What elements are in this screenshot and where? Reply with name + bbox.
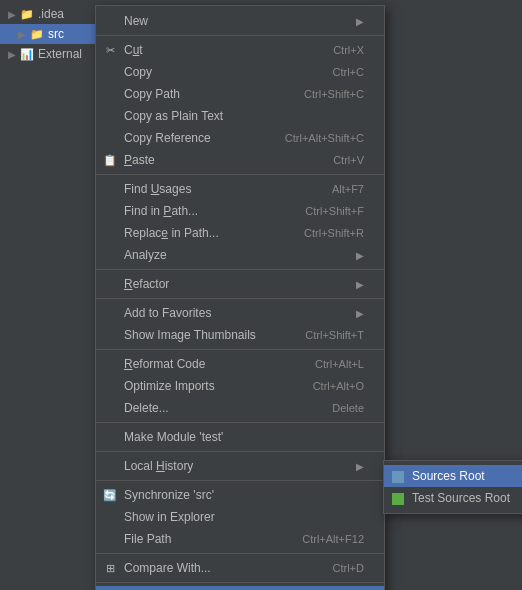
menu-item-add-favorites[interactable]: Add to Favorites ▶ [96,302,384,324]
menu-item-delete[interactable]: Delete... Delete [96,397,384,419]
test-sources-root-icon [390,491,406,505]
menu-item-synchronize[interactable]: 🔄 Synchronize 'src' [96,484,384,506]
separator-9 [96,553,384,554]
submenu-mark-directory: Sources Root Test Sources Root [383,460,522,514]
separator-3 [96,269,384,270]
menu-item-file-path[interactable]: File Path Ctrl+Alt+F12 [96,528,384,550]
menu-item-reformat[interactable]: Reformat Code Ctrl+Alt+L [96,353,384,375]
separator-10 [96,582,384,583]
menu-item-analyze[interactable]: Analyze ▶ [96,244,384,266]
menu-item-new[interactable]: New ▶ [96,10,384,32]
menu-item-compare-with[interactable]: ⊞ Compare With... Ctrl+D [96,557,384,579]
submenu-item-test-sources-root[interactable]: Test Sources Root [384,487,522,509]
separator-5 [96,349,384,350]
submenu-item-sources-root[interactable]: Sources Root [384,465,522,487]
separator-2 [96,174,384,175]
separator-8 [96,480,384,481]
menu-item-find-usages[interactable]: Find Usages Alt+F7 [96,178,384,200]
separator-4 [96,298,384,299]
tree-item-src[interactable]: ▶ 📁 src [0,24,100,44]
separator-6 [96,422,384,423]
menu-item-copy-plain-text[interactable]: Copy as Plain Text [96,105,384,127]
menu-item-find-in-path[interactable]: Find in Path... Ctrl+Shift+F [96,200,384,222]
menu-item-show-thumbnails[interactable]: Show Image Thumbnails Ctrl+Shift+T [96,324,384,346]
separator-1 [96,35,384,36]
menu-item-refactor[interactable]: Refactor ▶ [96,273,384,295]
menu-item-make-module[interactable]: Make Module 'test' [96,426,384,448]
menu-item-copy[interactable]: Copy Ctrl+C [96,61,384,83]
menu-item-optimize-imports[interactable]: Optimize Imports Ctrl+Alt+O [96,375,384,397]
paste-icon: 📋 [102,154,118,167]
cut-icon: ✂ [102,44,118,57]
tree-item-external[interactable]: ▶ 📊 External [0,44,100,64]
context-menu: New ▶ ✂ Cut Ctrl+X Copy Ctrl+C Copy Path… [95,5,385,590]
sync-icon: 🔄 [102,489,118,502]
separator-7 [96,451,384,452]
compare-icon: ⊞ [102,562,118,575]
sources-root-icon [390,469,406,483]
menu-item-copy-reference[interactable]: Copy Reference Ctrl+Alt+Shift+C [96,127,384,149]
menu-item-show-explorer[interactable]: Show in Explorer [96,506,384,528]
menu-item-copy-path[interactable]: Copy Path Ctrl+Shift+C [96,83,384,105]
tree-item-idea[interactable]: ▶ 📁 .idea [0,4,100,24]
menu-item-cut[interactable]: ✂ Cut Ctrl+X [96,39,384,61]
file-tree: ▶ 📁 .idea ▶ 📁 src ▶ 📊 External [0,0,100,590]
menu-item-paste[interactable]: 📋 Paste Ctrl+V [96,149,384,171]
menu-item-mark-directory[interactable]: Mark Directory As ▶ [96,586,384,590]
menu-item-replace-in-path[interactable]: Replace in Path... Ctrl+Shift+R [96,222,384,244]
menu-item-local-history[interactable]: Local History ▶ [96,455,384,477]
